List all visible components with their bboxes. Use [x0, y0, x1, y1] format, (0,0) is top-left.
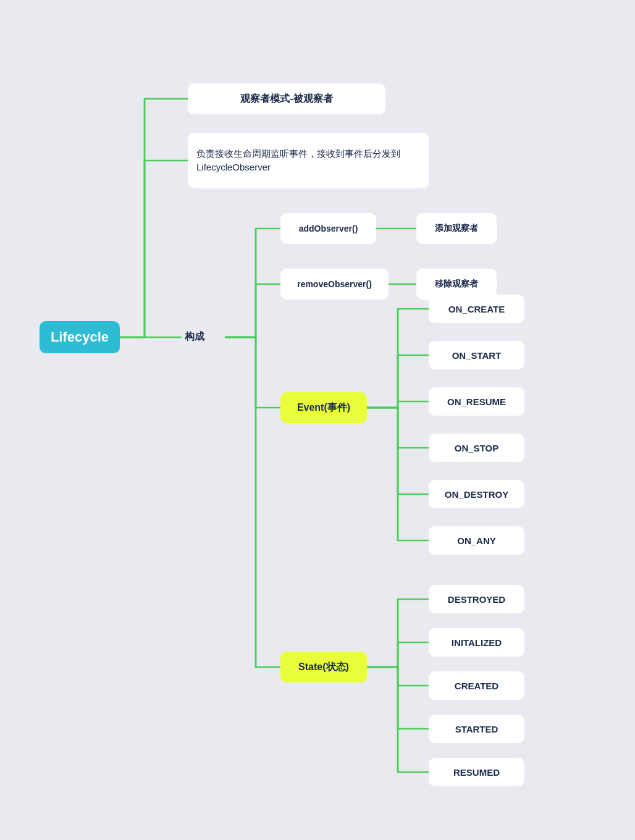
- on-stop-node: ON_STOP: [429, 434, 524, 462]
- on-any-node: ON_ANY: [429, 526, 524, 555]
- on-create-node: ON_CREATE: [429, 295, 524, 323]
- remove-observer-node: removeObserver(): [280, 269, 389, 300]
- resumed-node: RESUMED: [429, 758, 524, 786]
- on-destroy-node: ON_DESTROY: [429, 480, 524, 508]
- desc1-node: 观察者模式-被观察者: [188, 83, 385, 114]
- desc2-node: 负责接收生命周期监听事件，接收到事件后分发到LifecycleObserver: [188, 133, 429, 188]
- state-node: State(状态): [280, 652, 367, 682]
- on-resume-node: ON_RESUME: [429, 387, 524, 416]
- destroyed-node: DESTROYED: [429, 585, 524, 613]
- initialized-node: INITALIZED: [429, 628, 524, 657]
- event-node: Event(事件): [280, 392, 367, 423]
- compose-label: 构成: [185, 330, 204, 343]
- lifecycle-node: Lifecycle: [40, 321, 120, 353]
- on-start-node: ON_START: [429, 341, 524, 369]
- mind-map: Lifecycle 观察者模式-被观察者 负责接收生命周期监听事件，接收到事件后…: [21, 19, 614, 821]
- add-observer-node: addObserver(): [280, 213, 376, 244]
- created-node: CREATED: [429, 671, 524, 700]
- started-node: STARTED: [429, 715, 524, 743]
- add-observer-label: 添加观察者: [416, 213, 497, 244]
